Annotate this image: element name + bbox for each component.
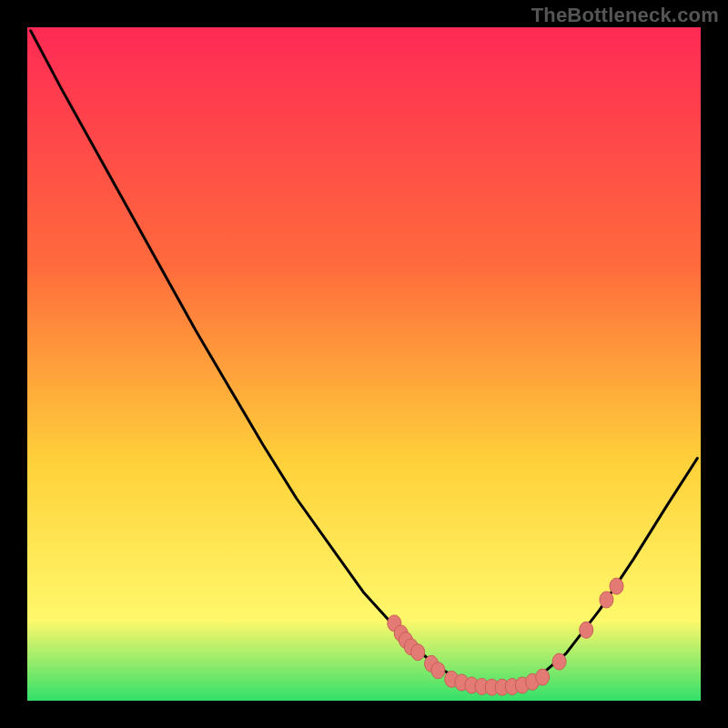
chart-frame: TheBottleneck.com (0, 0, 728, 728)
curve-marker (580, 622, 593, 638)
plot-area (27, 27, 701, 701)
watermark-text: TheBottleneck.com (531, 4, 719, 27)
bottleneck-chart (27, 27, 701, 701)
curve-marker (411, 644, 425, 661)
curve-marker (536, 669, 550, 685)
curve-marker (610, 578, 623, 594)
curve-marker (552, 653, 566, 670)
curve-marker (600, 592, 613, 608)
curve-marker (431, 662, 445, 679)
